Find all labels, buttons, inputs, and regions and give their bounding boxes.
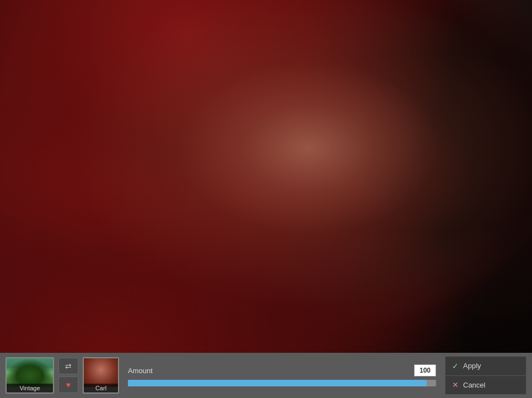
shuffle-button[interactable]: ⇄ [58, 358, 78, 374]
filter-vintage-image [7, 358, 53, 387]
vintage-effect-overlay [0, 0, 532, 353]
filter-carl-thumb[interactable]: Carl [83, 357, 119, 394]
amount-slider[interactable] [128, 380, 436, 386]
bottom-panel: Vintage ⇄ ♥ Carl Amount 100 ✓ Apply ✕ Ca… [0, 353, 532, 398]
amount-slider-fill [128, 380, 427, 386]
filter-vintage-label: Vintage [7, 384, 53, 392]
cancel-label: Cancel [463, 381, 485, 389]
icon-buttons-group: ⇄ ♥ [58, 358, 78, 393]
amount-header: Amount 100 [128, 364, 436, 377]
apply-button[interactable]: ✓ Apply [445, 357, 526, 376]
filter-carl-label: Carl [84, 384, 118, 392]
photo-canvas [0, 0, 532, 353]
filter-vintage-thumb[interactable]: Vintage [6, 357, 54, 394]
cancel-button[interactable]: ✕ Cancel [445, 376, 526, 395]
filter-carl-image [84, 358, 118, 387]
heart-button[interactable]: ♥ [58, 377, 78, 393]
amount-label: Amount [128, 367, 153, 375]
check-icon: ✓ [452, 362, 459, 370]
heart-icon: ♥ [66, 380, 71, 389]
action-section: ✓ Apply ✕ Cancel [445, 356, 526, 395]
amount-section: Amount 100 [121, 360, 443, 391]
apply-label: Apply [463, 362, 481, 370]
cross-icon: ✕ [452, 380, 459, 389]
amount-value-display[interactable]: 100 [414, 364, 436, 377]
shuffle-icon: ⇄ [65, 362, 72, 370]
